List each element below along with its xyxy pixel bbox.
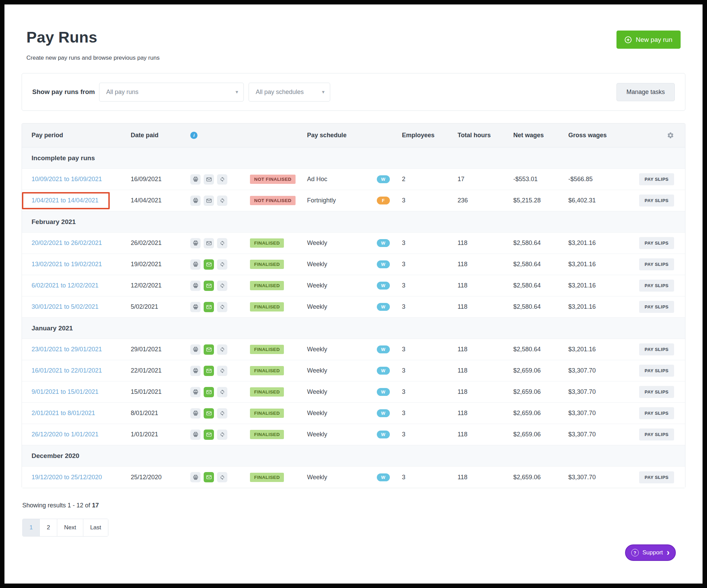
- email-icon[interactable]: [204, 196, 214, 206]
- table-row: 20/02/2021 to 26/02/2021 26/02/2021 FINA…: [22, 233, 685, 254]
- date-paid-text: 8/01/2021: [131, 410, 190, 417]
- journal-icon[interactable]: [190, 430, 201, 440]
- table-row: 23/01/2021 to 29/01/2021 29/01/2021 FINA…: [22, 339, 685, 360]
- journal-icon[interactable]: [190, 196, 201, 206]
- pay-period-link[interactable]: 20/02/2021 to 26/02/2021: [32, 239, 102, 246]
- pay-period-link[interactable]: 23/01/2021 to 29/01/2021: [32, 346, 102, 353]
- refresh-icon[interactable]: [217, 366, 227, 376]
- pay-runs-filter-select[interactable]: All pay runs ▾: [99, 83, 244, 102]
- employees-count: 3: [402, 197, 457, 204]
- total-hours: 118: [458, 474, 513, 481]
- pay-schedule-text: Weekly: [307, 388, 377, 396]
- journal-icon[interactable]: [190, 281, 201, 291]
- email-icon[interactable]: [204, 302, 214, 312]
- refresh-icon[interactable]: [217, 472, 227, 482]
- net-wages: $2,659.06: [513, 410, 568, 417]
- email-icon[interactable]: [204, 408, 214, 419]
- email-icon[interactable]: [204, 174, 214, 185]
- support-button[interactable]: ? Support ›: [625, 544, 676, 561]
- journal-icon[interactable]: [190, 472, 201, 482]
- pay-slips-button[interactable]: PAY SLIPS: [639, 237, 674, 249]
- refresh-icon[interactable]: [217, 408, 227, 419]
- frequency-badge: W: [377, 388, 390, 396]
- row-actions-icons: [190, 387, 250, 397]
- journal-icon[interactable]: [190, 387, 201, 397]
- pay-period-link[interactable]: 16/01/2021 to 22/01/2021: [32, 367, 102, 374]
- email-icon[interactable]: [204, 366, 214, 376]
- email-icon[interactable]: [204, 430, 214, 440]
- new-pay-run-button[interactable]: New pay run: [616, 31, 681, 49]
- pay-period-link[interactable]: 30/01/2021 to 5/02/2021: [32, 303, 98, 310]
- pay-slips-button[interactable]: PAY SLIPS: [639, 428, 674, 440]
- employees-count: 3: [402, 410, 457, 417]
- pay-slips-button[interactable]: PAY SLIPS: [639, 195, 674, 207]
- pay-slips-button[interactable]: PAY SLIPS: [639, 407, 674, 419]
- pay-slips-button[interactable]: PAY SLIPS: [639, 301, 674, 313]
- email-icon[interactable]: [204, 238, 214, 248]
- gross-wages: $3,201.16: [568, 303, 635, 310]
- info-icon[interactable]: i: [190, 132, 197, 139]
- journal-icon[interactable]: [190, 259, 201, 270]
- employees-count: 3: [402, 282, 457, 289]
- header-bar: Pay Runs Create new pay runs and browse …: [22, 28, 685, 61]
- pay-period-link[interactable]: 10/09/2021 to 16/09/2021: [32, 176, 102, 183]
- pay-slips-button[interactable]: PAY SLIPS: [639, 343, 674, 355]
- pay-period-link[interactable]: 13/02/2021 to 19/02/2021: [32, 261, 102, 268]
- pay-slips-button[interactable]: PAY SLIPS: [639, 173, 674, 185]
- journal-icon[interactable]: [190, 302, 201, 312]
- pagination-last[interactable]: Last: [83, 519, 108, 536]
- email-icon[interactable]: [204, 259, 214, 270]
- refresh-icon[interactable]: [217, 387, 227, 397]
- journal-icon[interactable]: [190, 238, 201, 248]
- pay-slips-button[interactable]: PAY SLIPS: [639, 365, 674, 377]
- gross-wages: $3,307.70: [568, 367, 635, 374]
- pay-period-link[interactable]: 26/12/2020 to 1/01/2021: [32, 431, 98, 438]
- journal-icon[interactable]: [190, 366, 201, 376]
- header-gross-wages: Gross wages: [568, 132, 635, 139]
- email-icon[interactable]: [204, 344, 214, 355]
- row-actions-icons: [190, 472, 250, 482]
- pay-period-link[interactable]: 19/12/2020 to 25/12/2020: [32, 474, 102, 481]
- pay-schedule-text: Weekly: [307, 282, 377, 289]
- email-icon[interactable]: [204, 387, 214, 397]
- pay-schedule-filter-select[interactable]: All pay schedules ▾: [249, 83, 330, 102]
- pagination-next[interactable]: Next: [57, 519, 83, 536]
- refresh-icon[interactable]: [217, 344, 227, 355]
- net-wages: -$553.01: [513, 176, 568, 183]
- pay-period-link[interactable]: 2/01/2021 to 8/01/2021: [32, 410, 95, 416]
- status-badge: NOT FINALISED: [250, 175, 296, 184]
- status-badge: FINALISED: [250, 473, 284, 482]
- refresh-icon[interactable]: [217, 281, 227, 291]
- pay-runs-filter-value: All pay runs: [106, 89, 139, 96]
- frequency-badge: W: [377, 175, 390, 183]
- journal-icon[interactable]: [190, 344, 201, 355]
- status-badge: FINALISED: [250, 345, 284, 354]
- refresh-icon[interactable]: [217, 174, 227, 185]
- status-badge: FINALISED: [250, 238, 284, 248]
- filter-label: Show pay runs from: [32, 88, 95, 96]
- pay-period-link[interactable]: 9/01/2021 to 15/01/2021: [32, 388, 98, 395]
- email-icon[interactable]: [204, 281, 214, 291]
- frequency-badge: W: [377, 345, 390, 353]
- refresh-icon[interactable]: [217, 259, 227, 270]
- journal-icon[interactable]: [190, 408, 201, 419]
- refresh-icon[interactable]: [217, 302, 227, 312]
- refresh-icon[interactable]: [217, 196, 227, 206]
- settings-gear-icon[interactable]: [667, 132, 674, 139]
- pagination-page-1[interactable]: 1: [23, 519, 40, 536]
- manage-tasks-button[interactable]: Manage tasks: [616, 83, 675, 101]
- table-row: 6/02/2021 to 12/02/2021 12/02/2021 FINAL…: [22, 275, 685, 296]
- pay-slips-button[interactable]: PAY SLIPS: [639, 471, 674, 483]
- refresh-icon[interactable]: [217, 430, 227, 440]
- pay-slips-button[interactable]: PAY SLIPS: [639, 280, 674, 292]
- pay-slips-button[interactable]: PAY SLIPS: [639, 258, 674, 270]
- journal-icon[interactable]: [190, 174, 201, 185]
- pay-period-link[interactable]: 6/02/2021 to 12/02/2021: [32, 282, 98, 289]
- pay-slips-button[interactable]: PAY SLIPS: [639, 386, 674, 398]
- row-actions-icons: [190, 430, 250, 440]
- pay-period-link[interactable]: 1/04/2021 to 14/04/2021: [32, 197, 98, 204]
- row-actions-icons: [190, 344, 250, 355]
- email-icon[interactable]: [204, 472, 214, 482]
- pagination-page-2[interactable]: 2: [40, 519, 57, 536]
- refresh-icon[interactable]: [217, 238, 227, 248]
